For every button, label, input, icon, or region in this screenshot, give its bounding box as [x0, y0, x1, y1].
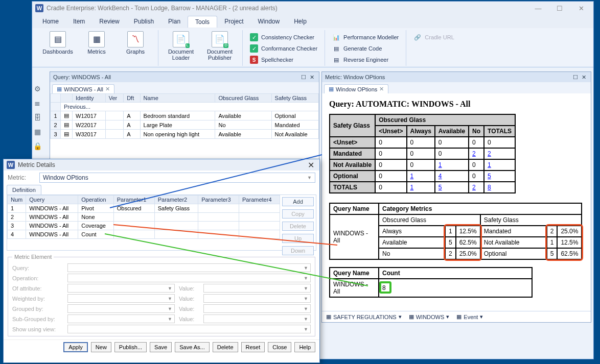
menubar: Home Item Review Publish Plan Tools Proj… [32, 15, 593, 28]
copy-button: Copy [282, 209, 314, 219]
close-icon[interactable]: ✕ [105, 86, 110, 92]
count-table: Query NameCount WINDOWS - All8 [329, 267, 533, 298]
graphs-button[interactable]: 〽Graphs [118, 31, 153, 55]
weighted-input[interactable]: ▼ [67, 294, 175, 303]
apply-button[interactable]: Apply [63, 342, 88, 352]
minimize-button[interactable]: — [532, 5, 544, 12]
gear-icon[interactable]: ⚙ [32, 83, 43, 94]
panel-close-icon[interactable]: ✕ [580, 74, 588, 81]
metric-panel-title: Metric: Window OPtions [325, 74, 385, 80]
panel-maximize-icon[interactable]: ☐ [571, 74, 580, 81]
save-button[interactable]: Save [150, 342, 172, 352]
table-row: 1▤W12017ABedroom standardAvailableOption… [51, 111, 319, 120]
reverse-engineer[interactable]: ▤Reverse Engineer [330, 55, 401, 65]
docpub-button[interactable]: 📄DDocument Publisher [202, 31, 237, 61]
spellchecker[interactable]: SSpellchecker [248, 55, 319, 65]
metrics-button[interactable]: ▦Metrics [79, 31, 114, 55]
close-button[interactable]: ✕ [575, 5, 587, 12]
up-button: Up [282, 234, 314, 243]
menu-item[interactable]: Item [66, 16, 92, 27]
app-logo: W [7, 161, 15, 169]
dashboards-button[interactable]: ▤Dashboards [40, 31, 75, 55]
metric-tab[interactable]: ▦ Window OPtions ✕ [324, 84, 388, 93]
metric-panel: Metric: Window OPtions ☐ ✕ ▦ Window OPti… [321, 71, 591, 323]
value-input[interactable]: ▼ [203, 304, 311, 313]
help-button[interactable]: Help [294, 342, 315, 352]
operation-input[interactable]: ▼ [67, 274, 311, 282]
publish-button[interactable]: Publish... [114, 342, 147, 352]
crumb-windows[interactable]: ▦ WINDOWS ▾ [409, 313, 450, 320]
menu-plan[interactable]: Plan [161, 16, 188, 27]
detail-title: Metric Details [18, 161, 55, 168]
cradle-url: 🔗Cradle URL [411, 32, 456, 42]
table-row: 2▤W22017ALarge PlateNoMandated [51, 120, 319, 130]
generate-code[interactable]: ▤Generate Code [330, 43, 401, 54]
breadcrumb-bar: ▦ SAFETY REGULATIONS ▾ ▦ WINDOWS ▾ ▦ Eve… [322, 311, 591, 322]
database-icon[interactable]: 🗄 [32, 112, 43, 123]
metric-label: Metric: [8, 174, 36, 181]
showview-input[interactable]: ▼ [67, 325, 311, 333]
close-icon[interactable]: ✕ [306, 160, 316, 170]
menu-window[interactable]: Window [250, 16, 287, 27]
add-button[interactable]: Add [282, 197, 314, 206]
menu-review[interactable]: Review [92, 16, 126, 27]
definition-tab[interactable]: Definition [7, 185, 41, 195]
ofattr-input[interactable]: ▼ [67, 284, 175, 293]
query-input[interactable]: ▼ [67, 263, 311, 272]
metric-dropdown[interactable]: Window OPtions▼ [39, 173, 315, 183]
new-button[interactable]: New [91, 342, 111, 352]
subgroup-input[interactable]: ▼ [67, 314, 175, 323]
value-input[interactable]: ▼ [203, 314, 311, 323]
window-title: Cradle Enterprise: WorkBench - Town Lodg… [47, 5, 278, 12]
titlebar: W Cradle Enterprise: WorkBench - Town Lo… [32, 2, 593, 15]
docloader-button[interactable]: 📄LDocument Loader [164, 31, 198, 61]
grouped-input[interactable]: ▼ [67, 304, 175, 313]
app-logo: W [35, 4, 43, 12]
list-icon[interactable]: ≣ [32, 98, 43, 109]
query-panel: Query: WINDOWS - All ☐ ✕ ▦ WINDOWS - All… [50, 71, 319, 161]
definition-grid[interactable]: Num Query Operation Parameter1 Parameter… [7, 195, 280, 239]
value-input[interactable]: ▼ [203, 294, 311, 303]
metric-details-window: W Metric Details ✕ Metric: Window OPtion… [3, 159, 320, 363]
category-table: Query NameCategory Metrics WINDOWS - All… [329, 203, 582, 260]
menu-help[interactable]: Help [287, 16, 314, 27]
query-grid[interactable]: Identity Ver Dft Name Obscured Glass Saf… [50, 93, 319, 139]
reset-button[interactable]: Reset [241, 342, 265, 352]
lock-icon[interactable]: 🔒 [32, 140, 43, 152]
report-heading: Query: AUTOMATIC: WINDOWS - All [329, 100, 584, 109]
close-button[interactable]: Close [268, 342, 291, 352]
panel-maximize-icon[interactable]: ☐ [299, 74, 308, 81]
menu-home[interactable]: Home [35, 16, 66, 27]
calendar-icon[interactable]: ▦ [32, 126, 43, 137]
ribbon: ▤Dashboards ▦Metrics 〽Graphs 📄LDocument … [32, 28, 593, 67]
saveas-button[interactable]: Save As... [175, 342, 210, 352]
close-icon[interactable]: ✕ [379, 86, 384, 92]
consistency-checker[interactable]: ✓Consistency Checker [248, 32, 319, 42]
crumb-event[interactable]: ▦ Event ▾ [456, 313, 483, 320]
query-panel-title: Query: WINDOWS - All [53, 74, 111, 80]
maximize-button[interactable]: ☐ [553, 5, 566, 12]
menu-publish[interactable]: Publish [127, 16, 161, 27]
value-input[interactable]: ▼ [203, 284, 311, 293]
delete-button: Delete [282, 222, 314, 231]
delete-button[interactable]: Delete [213, 342, 238, 352]
menu-tools[interactable]: Tools [188, 16, 217, 28]
conformance-checker[interactable]: ✓Conformance Checker [248, 43, 319, 54]
performance-modeller[interactable]: 📊Performance Modeller [330, 32, 401, 42]
pivot-table: Safety Glass Obscured Glass <Unset>Alway… [329, 114, 516, 193]
table-row: 3▤W32017ANon opening high lightAvailable… [51, 130, 319, 139]
crumb-safety[interactable]: ▦ SAFETY REGULATIONS ▾ [326, 313, 402, 320]
query-tab[interactable]: ▦ WINDOWS - All ✕ [52, 84, 114, 93]
metric-element-group: Metric Element Query:▼ Operation:▼ Of at… [8, 254, 315, 336]
panel-close-icon[interactable]: ✕ [308, 74, 316, 81]
menu-project[interactable]: Project [217, 16, 250, 27]
metric-report: Query: AUTOMATIC: WINDOWS - All Safety G… [322, 93, 591, 311]
